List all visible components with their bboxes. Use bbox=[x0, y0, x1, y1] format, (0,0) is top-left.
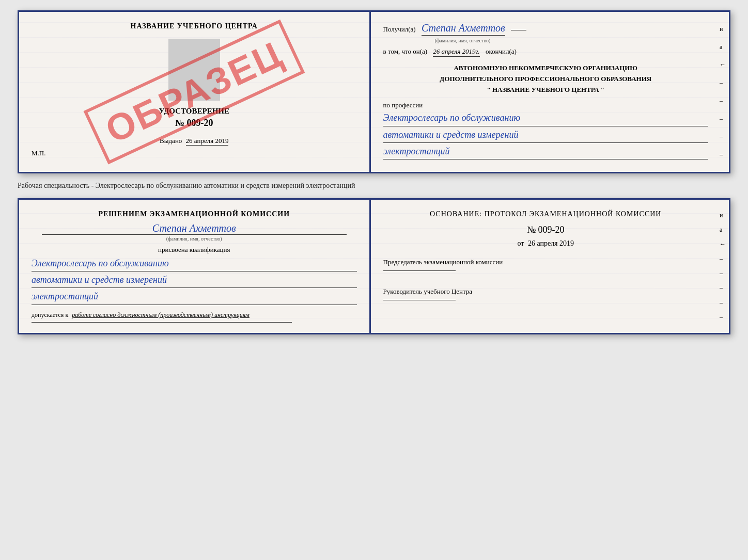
issued-line: Выдано 26 апреля 2019 bbox=[32, 137, 357, 145]
org-block: АВТОНОМНУЮ НЕКОММЕРЧЕСКУЮ ОРГАНИЗАЦИЮ ДО… bbox=[383, 63, 709, 95]
bottom-left-page: Решением экзаменационной комиссии Степан… bbox=[19, 200, 371, 333]
side-deco-5: – bbox=[720, 97, 726, 105]
rukovoditel-block: Руководитель учебного Центра bbox=[383, 287, 709, 300]
bottom-person-name: Степан Ахметтов bbox=[42, 222, 347, 235]
допускается-prefix: допускается к bbox=[32, 311, 68, 318]
certificate-label: УДОСТОВЕРЕНИЕ bbox=[32, 107, 357, 116]
certificate-number: № 009-20 bbox=[32, 118, 357, 129]
org-line2: ДОПОЛНИТЕЛЬНОГО ПРОФЕССИОНАЛЬНОГО ОБРАЗО… bbox=[383, 74, 709, 85]
side-deco-2: а bbox=[720, 43, 726, 51]
subtitle-text: Рабочая специальность - Электрослесарь п… bbox=[18, 180, 730, 192]
допускается-block: допускается к работе согласно должностны… bbox=[32, 311, 357, 319]
vtom-suffix: окончил(а) bbox=[486, 47, 517, 55]
bottom-name-sublabel: (фамилия, имя, отчество) bbox=[32, 236, 357, 242]
qual-line2: автоматики и средств измерений bbox=[32, 274, 357, 288]
commission-head-block: Председатель экзаменационной комиссии bbox=[383, 258, 709, 271]
commission-signature-line bbox=[383, 270, 456, 271]
issued-date: 26 апреля 2019 bbox=[186, 137, 229, 146]
top-left-page: НАЗВАНИЕ УЧЕБНОГО ЦЕНТРА УДОСТОВЕРЕНИЕ №… bbox=[19, 12, 371, 172]
qual-line1: Электрослесарь по обслуживанию bbox=[32, 257, 357, 271]
received-dash bbox=[511, 30, 526, 30]
side-deco-3: ← bbox=[720, 61, 726, 69]
vtom-line: в том, что он(а) 26 апреля 2019г. окончи… bbox=[383, 47, 709, 57]
bottom-side-deco-8: – bbox=[720, 313, 726, 321]
bottom-side-deco-4: – bbox=[720, 255, 726, 263]
commission-head-label: Председатель экзаменационной комиссии bbox=[383, 258, 709, 266]
bottom-side-deco-2: а bbox=[720, 226, 726, 234]
top-right-page: Получил(а) Степан Ахметтов (фамилия, имя… bbox=[371, 12, 729, 172]
protocol-number: № 009-20 bbox=[383, 225, 709, 235]
side-deco-7: – bbox=[720, 133, 726, 140]
osnov-title: Основание: протокол экзаменационной коми… bbox=[383, 210, 709, 218]
bottom-side-deco-7: – bbox=[720, 299, 726, 307]
assigned-label: присвоена квалификация bbox=[32, 246, 357, 254]
profession-line2: автоматики и средств измерений bbox=[383, 129, 709, 143]
received-prefix: Получил(а) bbox=[383, 25, 416, 33]
protocol-date: от 26 апреля 2019 bbox=[383, 239, 709, 248]
side-deco-6: – bbox=[720, 115, 726, 123]
top-booklet: НАЗВАНИЕ УЧЕБНОГО ЦЕНТРА УДОСТОВЕРЕНИЕ №… bbox=[18, 10, 730, 173]
mp-line: М.П. bbox=[32, 149, 357, 157]
bottom-side-deco-5: – bbox=[720, 269, 726, 277]
commission-title: Решением экзаменационной комиссии bbox=[32, 210, 357, 218]
issued-label: Выдано bbox=[160, 137, 182, 145]
bottom-booklet: Решением экзаменационной комиссии Степан… bbox=[18, 198, 730, 334]
received-name: Степан Ахметтов bbox=[422, 22, 505, 36]
vtom-date: 26 апреля 2019г. bbox=[433, 47, 479, 57]
received-line: Получил(а) Степан Ахметтов bbox=[383, 22, 709, 36]
org-line3: " НАЗВАНИЕ УЧЕБНОГО ЦЕНТРА " bbox=[383, 85, 709, 95]
profession-label: по профессии bbox=[383, 101, 709, 109]
bottom-right-side-deco: и а ← – – – – – bbox=[720, 210, 726, 323]
top-left-title: НАЗВАНИЕ УЧЕБНОГО ЦЕНТРА bbox=[32, 22, 357, 30]
side-deco-4: – bbox=[720, 79, 726, 87]
protocol-date-prefix: от bbox=[517, 239, 524, 247]
vtom-prefix: в том, что он(а) bbox=[383, 47, 428, 55]
допускается-value: работе согласно должностным (производств… bbox=[72, 311, 250, 318]
name-sublabel-top: (фамилия, имя, отчество) bbox=[383, 38, 709, 43]
side-deco-1: и bbox=[720, 25, 726, 33]
profession-line1: Электрослесарь по обслуживанию bbox=[383, 111, 709, 126]
photo-placeholder bbox=[168, 39, 220, 101]
bottom-side-deco-3: ← bbox=[720, 241, 726, 248]
rukovoditel-signature-line bbox=[383, 300, 456, 300]
bottom-side-deco-1: и bbox=[720, 212, 726, 219]
profession-line3: электростанций bbox=[383, 145, 709, 159]
side-deco-8: – bbox=[720, 151, 726, 158]
top-right-side-deco: и а ← – – – – – bbox=[720, 22, 726, 162]
rukovoditel-label: Руководитель учебного Центра bbox=[383, 287, 709, 296]
org-line1: АВТОНОМНУЮ НЕКОММЕРЧЕСКУЮ ОРГАНИЗАЦИЮ bbox=[383, 63, 709, 74]
bottom-right-page: Основание: протокол экзаменационной коми… bbox=[371, 200, 729, 333]
protocol-date-value: 26 апреля 2019 bbox=[528, 239, 574, 247]
qual-line3: электростанций bbox=[32, 290, 357, 305]
bottom-side-deco-6: – bbox=[720, 284, 726, 292]
